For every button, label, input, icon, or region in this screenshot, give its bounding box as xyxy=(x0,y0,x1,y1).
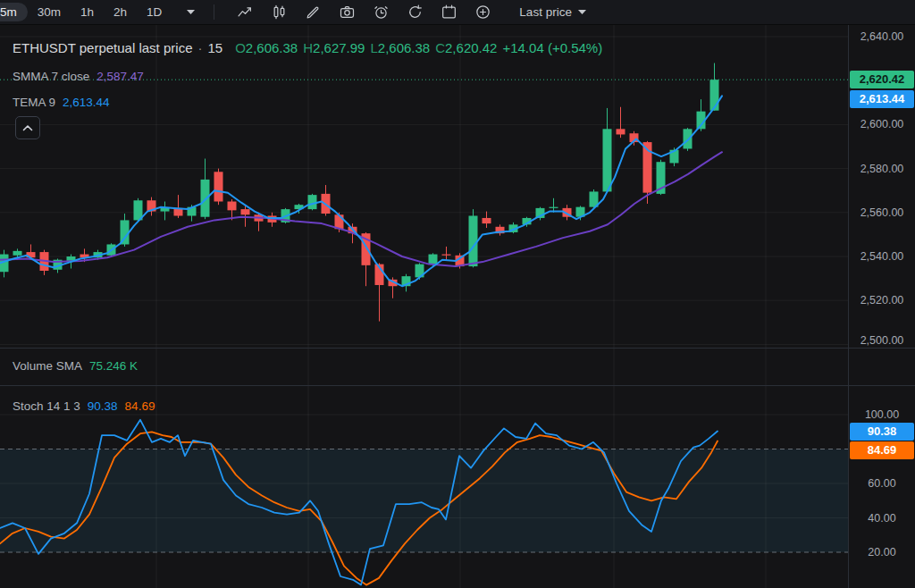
ohlc-open: O2,606.38 xyxy=(235,40,298,55)
trading-platform: { "toolbar": { "timeframes": ["5m", "30m… xyxy=(0,0,915,588)
pane-separator-volume[interactable] xyxy=(0,348,915,349)
timeframe-2h[interactable]: 2h xyxy=(104,3,137,21)
price-tick-2560: 2,560.00 xyxy=(849,206,915,220)
chart-area: 2,640.002,600.002,580.002,560.002,540.00… xyxy=(0,25,915,588)
candlesticks-icon xyxy=(270,3,289,21)
chart-style-candles-button[interactable] xyxy=(265,1,292,24)
timeframe-5m[interactable]: 5m xyxy=(0,3,28,21)
price-tick-2540: 2,540.00 xyxy=(849,249,915,264)
draw-tool-button[interactable] xyxy=(299,1,326,24)
smma-value: 2,587.47 xyxy=(97,70,144,83)
ohlc-low: L2,606.38 xyxy=(370,40,430,55)
caret-down-icon xyxy=(187,10,195,14)
caret-down-icon xyxy=(578,10,586,14)
tema-label: TEMA 9 xyxy=(13,96,55,109)
stoch-band xyxy=(0,449,849,553)
price-source-label: Last price xyxy=(519,5,572,19)
price-tick-2520: 2,520.00 xyxy=(849,293,915,307)
stoch-d-value: 84.69 xyxy=(125,399,155,413)
price-tick-2600: 2,600.00 xyxy=(849,117,915,131)
timeframe-dropdown-caret[interactable] xyxy=(179,1,202,24)
chevron-up-icon xyxy=(22,124,33,131)
volume-sma-value: 75.246 K xyxy=(89,359,138,373)
stoch-k-badge: 90.38 xyxy=(850,423,914,441)
chart-canvas[interactable] xyxy=(0,25,915,588)
price-axis[interactable]: 2,640.002,600.002,580.002,560.002,540.00… xyxy=(849,25,915,588)
chart-style-line-button[interactable] xyxy=(231,1,258,24)
interval-label: 15 xyxy=(207,40,222,55)
symbol-legend[interactable]: ETHUSDT perpetual last price · 15 O2,606… xyxy=(13,40,602,55)
price-tick-2640: 2,640.00 xyxy=(849,29,915,44)
add-indicator-button[interactable] xyxy=(469,1,496,24)
stoch-tick-100: 100.00 xyxy=(849,407,915,422)
price-source-dropdown[interactable]: Last price xyxy=(514,2,592,22)
ohlc-high: H2,627.99 xyxy=(303,40,365,55)
timeframe-1h[interactable]: 1h xyxy=(71,3,104,21)
alert-button[interactable] xyxy=(367,1,394,24)
toolbar-separator xyxy=(214,4,214,20)
camera-icon xyxy=(338,3,357,21)
stoch-tick-60: 60.00 xyxy=(849,476,915,491)
volume-label: Volume SMA xyxy=(13,359,82,373)
calendar-icon xyxy=(440,3,458,21)
tema-value: 2,613.44 xyxy=(63,96,110,109)
price-tick-2500: 2,500.00 xyxy=(849,333,915,348)
tema-legend[interactable]: TEMA 9 2,613.44 xyxy=(13,96,110,109)
line-chart-icon xyxy=(236,3,255,21)
timeframe-30m[interactable]: 30m xyxy=(28,3,71,21)
symbol-title: ETHUSDT perpetual last price xyxy=(13,40,192,55)
legend-collapse-button[interactable] xyxy=(15,116,40,139)
stoch-k-value: 90.38 xyxy=(88,399,118,413)
stoch-tick-40: 40.00 xyxy=(849,511,915,525)
replay-icon xyxy=(406,3,424,21)
chart-toolbar: 5m30m1h2h1D xyxy=(0,0,915,25)
smma-label: SMMA 7 close xyxy=(13,70,89,83)
price-change: +14.04 (+0.54%) xyxy=(502,40,602,55)
stoch-d-badge: 84.69 xyxy=(850,441,914,459)
price-tick-2580: 2,580.00 xyxy=(849,162,915,176)
replay-button[interactable] xyxy=(401,1,428,24)
timeframe-group: 5m30m1h2h1D xyxy=(0,3,172,21)
timeframe-1d[interactable]: 1D xyxy=(137,3,172,21)
plus-circle-icon xyxy=(474,3,492,21)
volume-legend[interactable]: Volume SMA 75.246 K xyxy=(13,359,138,373)
calendar-button[interactable] xyxy=(435,1,462,24)
stoch-label: Stoch 14 1 3 xyxy=(13,399,80,413)
pane-separator-stoch[interactable] xyxy=(0,385,915,386)
legend-separator: · xyxy=(197,40,202,55)
tema-price-badge: 2,613.44 xyxy=(850,90,914,108)
ohlc-close: C2,620.42 xyxy=(435,40,497,55)
last-price-badge: 2,620.42 xyxy=(850,71,914,88)
pencil-icon xyxy=(304,4,322,21)
snapshot-button[interactable] xyxy=(333,1,360,24)
stoch-legend[interactable]: Stoch 14 1 3 90.38 84.69 xyxy=(13,399,155,413)
smma-legend[interactable]: SMMA 7 close 2,587.47 xyxy=(13,70,144,83)
stoch-tick-20: 20.00 xyxy=(849,545,915,559)
alarm-clock-icon xyxy=(372,3,390,21)
